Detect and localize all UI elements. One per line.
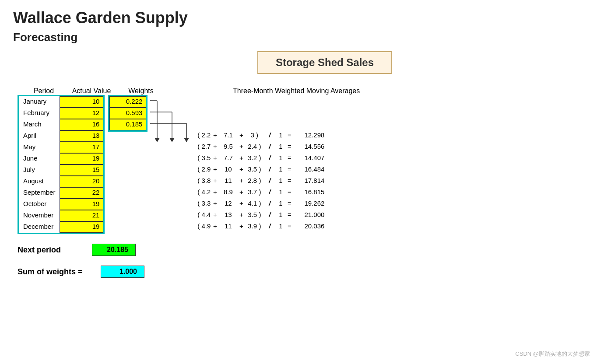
- formula-result: 17.814: [294, 177, 324, 184]
- formula-divisor: 1: [276, 188, 285, 196]
- sum-weights-row: Sum of weights = 1.000: [18, 266, 584, 278]
- next-period-label: Next period: [18, 245, 88, 255]
- formula-row: ( 2.7 + 9.5 + 2.4 ) / 1 = 14.556: [189, 140, 324, 152]
- formula-operator: +: [211, 188, 219, 196]
- sub-title: Forecasting: [13, 31, 584, 44]
- spacer: [108, 200, 147, 211]
- formula-operator: +: [211, 131, 219, 139]
- formula-eq: =: [285, 177, 294, 184]
- list-item: January: [19, 96, 60, 108]
- formula-div: /: [263, 188, 276, 196]
- list-item: 0.185: [109, 119, 146, 130]
- list-item: June: [19, 153, 60, 164]
- list-item: September: [19, 187, 60, 199]
- formula-part: ( 4.4: [189, 211, 211, 218]
- svg-marker-8: [184, 138, 189, 142]
- formula-part: 4.1 ): [246, 200, 263, 207]
- list-item: 16: [60, 119, 103, 130]
- list-item: 13: [60, 130, 103, 142]
- shed-title-wrapper: Storage Shed Sales: [66, 51, 584, 74]
- formula-divisor: 1: [276, 177, 285, 184]
- next-period-row: Next period 20.185: [18, 244, 584, 256]
- period-column: January February March April May June Ju…: [19, 96, 60, 233]
- formula-operator: +: [237, 177, 246, 184]
- formula-operator: +: [237, 165, 246, 173]
- list-item: July: [19, 164, 60, 176]
- formula-part: 2.4 ): [246, 143, 263, 150]
- formula-div: /: [263, 200, 276, 207]
- formula-result: 14.556: [294, 143, 324, 150]
- formula-result: 16.484: [294, 165, 324, 173]
- page: Wallace Garden Supply Forecasting Storag…: [0, 0, 597, 287]
- formula-result: 16.815: [294, 188, 324, 196]
- formula-operator: +: [237, 131, 246, 139]
- watermark: CSDN @脚踏实地的大梦想家: [515, 350, 590, 358]
- formula-result: 12.298: [294, 131, 324, 139]
- formula-div: /: [263, 165, 276, 173]
- actual-column: 10 12 16 13 17 19 15 20 22 19 21 19: [60, 96, 103, 233]
- formula-divisor: 1: [276, 200, 285, 207]
- svg-marker-2: [155, 138, 160, 142]
- list-item: April: [19, 130, 60, 142]
- formula-operator: +: [211, 165, 219, 173]
- arrows-area: [149, 95, 193, 154]
- list-item: 15: [60, 164, 103, 176]
- list-item: 0.222: [109, 96, 146, 108]
- formula-result: 19.262: [294, 200, 324, 207]
- formula-operator: +: [211, 211, 219, 218]
- formula-part: 13: [219, 211, 237, 218]
- formula-part: 8.9: [219, 188, 237, 196]
- formula-eq: =: [285, 222, 294, 230]
- formula-operator: +: [237, 211, 246, 218]
- formula-eq: =: [285, 131, 294, 139]
- formula-operator: +: [211, 177, 219, 184]
- formula-eq: =: [285, 165, 294, 173]
- list-item: November: [19, 210, 60, 221]
- formula-div: /: [263, 177, 276, 184]
- list-item: 17: [60, 142, 103, 153]
- formula-part: 3.2 ): [246, 154, 263, 161]
- formula-result: 21.000: [294, 211, 324, 218]
- formula-div: /: [263, 154, 276, 161]
- formula-div: /: [263, 131, 276, 139]
- formula-part: 11: [219, 222, 237, 230]
- formula-divisor: 1: [276, 143, 285, 150]
- formula-part: 2.8 ): [246, 177, 263, 184]
- formula-div: /: [263, 222, 276, 230]
- formula-part: 3.7 ): [246, 188, 263, 196]
- spacer: [108, 132, 147, 143]
- formula-area: ( 2.2 + 7.1 + 3 ) / 1 = 12.298 ( 2.7 + 9…: [189, 129, 324, 231]
- spacer: [108, 143, 147, 154]
- svg-marker-5: [169, 138, 175, 142]
- arrows-svg: [149, 95, 197, 152]
- formula-part: 11: [219, 177, 237, 184]
- formula-divisor: 1: [276, 154, 285, 161]
- formula-part: ( 4.2: [189, 188, 211, 196]
- list-item: 10: [60, 96, 103, 108]
- formula-div: /: [263, 143, 276, 150]
- formula-divisor: 1: [276, 165, 285, 173]
- spacer: [108, 166, 147, 177]
- period-actual-box: January February March April May June Ju…: [18, 95, 105, 234]
- formula-eq: =: [285, 188, 294, 196]
- formula-result: 20.036: [294, 222, 324, 230]
- formula-part: 3.5 ): [246, 165, 263, 173]
- formula-divisor: 1: [276, 131, 285, 139]
- formula-divisor: 1: [276, 222, 285, 230]
- list-item: 0.593: [109, 108, 146, 119]
- sum-weights-label: Sum of weights =: [18, 267, 96, 276]
- shed-title: Storage Shed Sales: [257, 51, 392, 74]
- formula-div: /: [263, 211, 276, 218]
- formula-part: ( 3.8: [189, 177, 211, 184]
- formula-part: ( 3.5: [189, 154, 211, 161]
- formula-divisor: 1: [276, 211, 285, 218]
- formula-part: ( 3.3: [189, 200, 211, 207]
- list-item: March: [19, 119, 60, 130]
- spacer: [108, 177, 147, 189]
- spacer: [108, 223, 147, 234]
- formula-operator: +: [237, 143, 246, 150]
- next-period-value: 20.185: [92, 244, 136, 256]
- formula-operator: +: [237, 188, 246, 196]
- formula-eq: =: [285, 143, 294, 150]
- formula-eq: =: [285, 154, 294, 161]
